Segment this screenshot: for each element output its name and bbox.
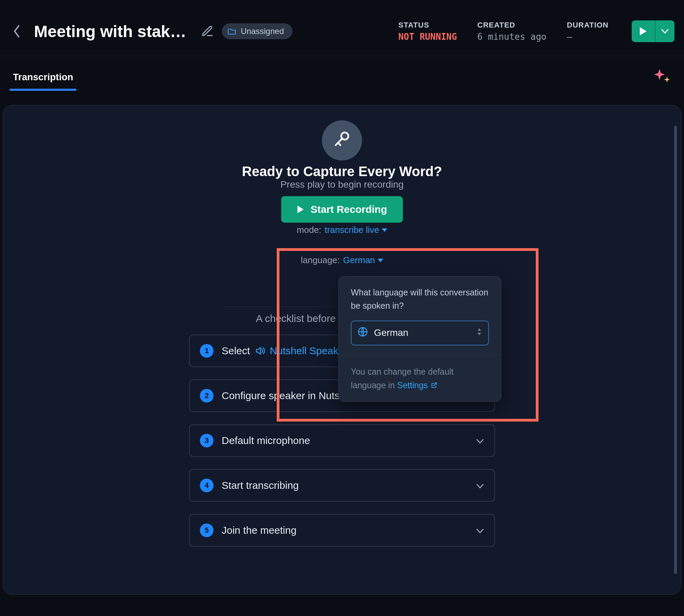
checklist-item-prefix: Select bbox=[222, 345, 250, 357]
step-badge: 4 bbox=[200, 479, 213, 492]
language-popover: What language will this conversation be … bbox=[338, 276, 501, 402]
select-sort-icon bbox=[477, 327, 482, 338]
checklist-item-label: Start transcribing bbox=[222, 480, 299, 491]
run-button[interactable] bbox=[632, 20, 655, 42]
microphone-icon bbox=[332, 131, 352, 150]
page-header: Meeting with stakeholde… Unassigned STAT… bbox=[0, 0, 684, 56]
checklist-item-start-transcribing[interactable]: 4 Start transcribing bbox=[189, 469, 495, 502]
edit-title-button[interactable] bbox=[201, 25, 214, 38]
expand-toggle[interactable] bbox=[476, 525, 484, 536]
hero-title: Ready to Capture Every Word? bbox=[242, 164, 442, 179]
play-icon bbox=[639, 27, 647, 36]
meta-block: STATUS NOT RUNNING CREATED 6 minutes ago… bbox=[398, 20, 674, 42]
page-title: Meeting with stakeholde… bbox=[34, 22, 193, 41]
status-col: STATUS NOT RUNNING bbox=[398, 21, 457, 42]
globe-icon bbox=[358, 327, 368, 339]
pencil-icon bbox=[201, 25, 214, 38]
folder-icon bbox=[228, 28, 237, 35]
language-select-value: German bbox=[374, 327, 471, 338]
checklist-item-text: Start transcribing bbox=[222, 480, 468, 491]
run-dropdown-button[interactable] bbox=[655, 20, 674, 42]
popover-hint: You can change the default language in S… bbox=[351, 365, 489, 392]
checklist-item-default-microphone[interactable]: 3 Default microphone bbox=[189, 424, 495, 457]
status-value: NOT RUNNING bbox=[398, 32, 457, 42]
mode-row: mode: transcribe live bbox=[297, 225, 388, 235]
language-row: language: German bbox=[301, 255, 383, 266]
scrollbar[interactable] bbox=[674, 126, 677, 574]
checklist-item-text: Join the meeting bbox=[222, 525, 468, 536]
checklist-item-join-meeting[interactable]: 5 Join the meeting bbox=[189, 514, 495, 547]
tab-transcription[interactable]: Transcription bbox=[10, 64, 76, 90]
expand-toggle[interactable] bbox=[476, 480, 484, 491]
language-value: German bbox=[343, 255, 375, 266]
start-recording-label: Start Recording bbox=[310, 204, 387, 215]
settings-link[interactable]: Settings bbox=[397, 378, 437, 392]
language-select[interactable]: German bbox=[351, 321, 489, 345]
microphone-avatar bbox=[322, 120, 362, 160]
expand-toggle[interactable] bbox=[476, 435, 484, 446]
panel-wrap: Ready to Capture Every Word? Press play … bbox=[0, 90, 684, 597]
tabs-row: Transcription bbox=[0, 56, 684, 90]
mode-value: transcribe live bbox=[325, 225, 379, 235]
popover-top-section: What language will this conversation be … bbox=[339, 276, 501, 355]
title-block: Meeting with stakeholde… Unassigned bbox=[34, 22, 292, 41]
duration-col: DURATION – bbox=[567, 21, 609, 42]
chevron-down-icon bbox=[476, 528, 484, 534]
run-split-button bbox=[632, 20, 674, 42]
step-badge: 1 bbox=[200, 344, 213, 358]
checklist-item-link: Nutshell Speaker bbox=[270, 345, 347, 357]
assignee-chip-label: Unassigned bbox=[241, 27, 284, 36]
chevron-down-icon bbox=[661, 29, 669, 34]
checklist-item-label: Default microphone bbox=[222, 435, 310, 446]
caret-down-icon bbox=[378, 259, 383, 262]
chevron-left-icon bbox=[13, 24, 21, 38]
step-badge: 3 bbox=[200, 434, 213, 447]
status-label: STATUS bbox=[398, 21, 457, 30]
mode-select[interactable]: transcribe live bbox=[325, 225, 387, 235]
hero-subtitle: Press play to begin recording bbox=[280, 179, 404, 190]
created-col: CREATED 6 minutes ago bbox=[477, 21, 547, 42]
mode-label: mode: bbox=[297, 225, 321, 235]
caret-down-icon bbox=[382, 228, 387, 232]
external-link-icon bbox=[431, 382, 438, 389]
main-panel: Ready to Capture Every Word? Press play … bbox=[3, 105, 681, 595]
step-badge: 5 bbox=[200, 524, 213, 537]
step-badge: 2 bbox=[200, 389, 213, 403]
popover-bottom-section: You can change the default language in S… bbox=[339, 355, 501, 401]
language-label: language: bbox=[301, 255, 340, 266]
back-button[interactable] bbox=[10, 24, 24, 39]
assignee-chip[interactable]: Unassigned bbox=[222, 23, 292, 39]
created-value: 6 minutes ago bbox=[477, 32, 547, 42]
popover-question: What language will this conversation be … bbox=[351, 286, 489, 312]
sparkles-icon bbox=[653, 66, 672, 85]
checklist-item-label: Join the meeting bbox=[222, 525, 296, 536]
checklist-item-text: Default microphone bbox=[222, 435, 468, 446]
play-icon bbox=[297, 205, 304, 214]
created-label: CREATED bbox=[477, 21, 547, 30]
duration-label: DURATION bbox=[567, 21, 609, 30]
ai-sparkles-button[interactable] bbox=[653, 66, 672, 85]
start-recording-button[interactable]: Start Recording bbox=[281, 196, 403, 223]
chevron-down-icon bbox=[476, 483, 484, 489]
speaker-icon bbox=[255, 346, 265, 356]
language-select-trigger[interactable]: German bbox=[343, 255, 383, 266]
settings-link-label: Settings bbox=[397, 378, 428, 392]
duration-value: – bbox=[567, 32, 609, 42]
chevron-down-icon bbox=[476, 439, 484, 444]
